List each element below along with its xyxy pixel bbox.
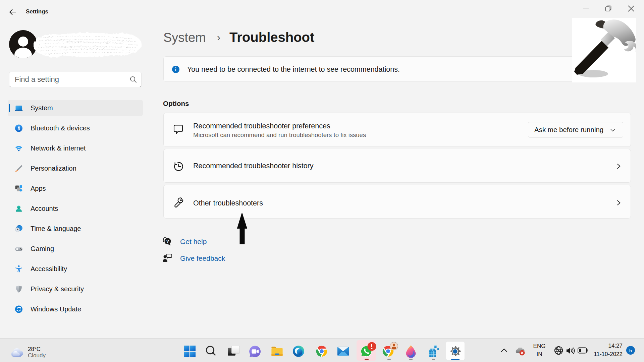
svg-text:?: ? [166,239,169,244]
